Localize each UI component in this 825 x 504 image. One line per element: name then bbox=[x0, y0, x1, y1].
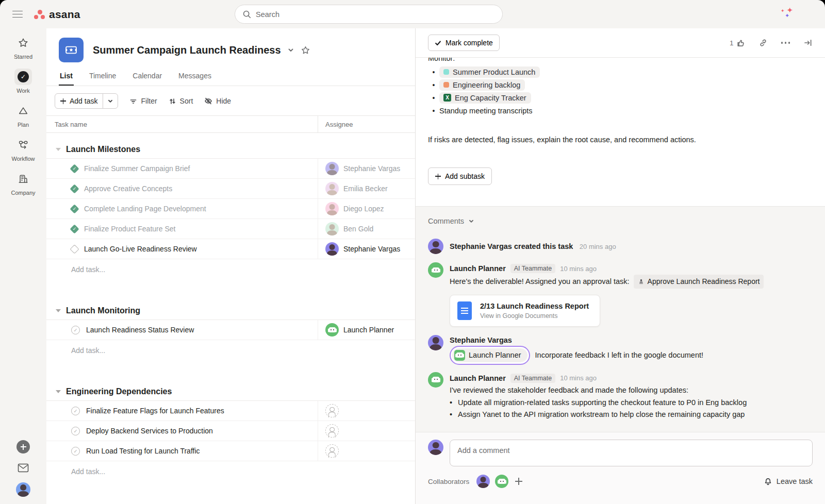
caret-down-icon[interactable] bbox=[56, 390, 61, 393]
milestone-complete-icon[interactable] bbox=[70, 224, 79, 233]
spreadsheet-chip[interactable]: Eng Capacity Tracker bbox=[439, 92, 531, 104]
ai-teammate-avatar[interactable] bbox=[428, 372, 443, 388]
table-row[interactable]: Deploy Backend Services to Production bbox=[46, 421, 415, 441]
avatar[interactable] bbox=[428, 239, 443, 254]
attachment-card[interactable]: 2/13 Launch Readiness Report View in Goo… bbox=[450, 295, 600, 327]
unassigned-avatar-icon[interactable] bbox=[325, 424, 339, 438]
table-row[interactable]: Finalize Summer Campaign Brief Stephanie… bbox=[46, 159, 415, 179]
sidebar-item-plan[interactable]: Plan bbox=[5, 103, 42, 128]
sidebar-label: Plan bbox=[18, 122, 29, 128]
sort-button[interactable]: Sort bbox=[169, 97, 193, 105]
filter-icon bbox=[129, 97, 137, 105]
task-detail-header: Mark complete 1 bbox=[416, 28, 825, 58]
link-icon[interactable] bbox=[758, 38, 768, 47]
mention-chip[interactable]: Launch Planner bbox=[450, 346, 530, 365]
asana-logo[interactable]: asana bbox=[34, 8, 80, 21]
section-engineering-dependencies[interactable]: Engineering Dependencies bbox=[46, 375, 415, 401]
more-options-icon[interactable] bbox=[781, 42, 790, 44]
add-subtask-button[interactable]: Add subtask bbox=[428, 167, 492, 185]
caret-down-icon[interactable] bbox=[56, 148, 61, 151]
milestone-complete-icon[interactable] bbox=[70, 184, 79, 193]
collaborator-ai-avatar[interactable] bbox=[495, 475, 508, 488]
tab-list[interactable]: List bbox=[59, 70, 74, 86]
search-input[interactable]: Search bbox=[235, 5, 503, 24]
tab-timeline[interactable]: Timeline bbox=[88, 70, 117, 86]
comment-time: 20 mins ago bbox=[580, 243, 616, 250]
asana-logo-text: asana bbox=[49, 8, 80, 21]
approval-chip-label: Approve Launch Readiness Report bbox=[648, 276, 760, 288]
table-row[interactable]: Finalize Feature Flags for Launch Featur… bbox=[46, 401, 415, 421]
task-check-icon[interactable] bbox=[71, 407, 80, 415]
table-row[interactable]: Run Load Testing for Launch Traffic bbox=[46, 441, 415, 461]
building-icon bbox=[18, 173, 29, 184]
table-row[interactable]: Launch Readiness Status Review Launch Pl… bbox=[46, 320, 415, 340]
task-check-icon[interactable] bbox=[71, 326, 80, 334]
comment-bullet: Assign Yanet to the API migration workst… bbox=[458, 409, 745, 420]
section-launch-milestones[interactable]: Launch Milestones bbox=[46, 133, 415, 159]
sidebar-item-work[interactable]: ✓ Work bbox=[5, 69, 42, 94]
section-launch-monitoring[interactable]: Launch Monitoring bbox=[46, 294, 415, 320]
add-collaborator-button[interactable] bbox=[514, 476, 524, 486]
milestone-open-icon[interactable] bbox=[70, 244, 79, 254]
table-row[interactable]: Approve Creative Concepts Emilia Becker bbox=[46, 179, 415, 199]
attachment-subtitle[interactable]: View in Google Documents bbox=[480, 312, 589, 320]
add-task-dropdown[interactable] bbox=[103, 94, 118, 108]
list-toolbar: Add task Filter Sort Hide bbox=[46, 86, 415, 116]
like-count: 1 bbox=[730, 39, 734, 47]
filter-button[interactable]: Filter bbox=[129, 97, 157, 105]
section-title: Engineering Dependencies bbox=[66, 387, 172, 396]
list-item: Summer Product Launch bbox=[428, 65, 813, 78]
task-name: Complete Landing Page Development bbox=[84, 205, 206, 213]
user-avatar[interactable] bbox=[16, 482, 30, 497]
favorite-star-icon[interactable] bbox=[301, 45, 310, 55]
comments-header[interactable]: Comments bbox=[428, 217, 813, 225]
inbox-mail-icon[interactable] bbox=[17, 463, 29, 473]
collapse-panel-icon[interactable] bbox=[803, 38, 813, 47]
sidebar-item-company[interactable]: Company bbox=[5, 171, 42, 196]
project-chip[interactable]: Summer Product Launch bbox=[439, 66, 540, 78]
create-button[interactable] bbox=[16, 440, 30, 453]
hide-button[interactable]: Hide bbox=[204, 97, 231, 105]
project-icon[interactable] bbox=[59, 38, 84, 62]
list-item-text: Standup meeting transcripts bbox=[439, 107, 533, 115]
task-description[interactable]: Monitor: Summer Product Launch Engineeri… bbox=[416, 58, 825, 206]
sidebar-item-starred[interactable]: Starred bbox=[5, 35, 42, 60]
task-name: Launch Readiness Status Review bbox=[86, 326, 194, 334]
table-row[interactable]: Finalize Product Feature Set Ben Gold bbox=[46, 219, 415, 239]
like-button[interactable]: 1 bbox=[730, 39, 745, 47]
add-task-row[interactable]: Add task... bbox=[46, 259, 415, 280]
approval-task-chip[interactable]: Approve Launch Readiness Report bbox=[634, 275, 764, 289]
tab-calendar[interactable]: Calendar bbox=[131, 70, 163, 86]
add-task-button[interactable]: Add task bbox=[55, 93, 118, 109]
tab-messages[interactable]: Messages bbox=[177, 70, 212, 86]
work-check-icon: ✓ bbox=[18, 71, 29, 82]
task-name: Finalize Feature Flags for Launch Featur… bbox=[86, 407, 224, 415]
ai-teammate-avatar[interactable] bbox=[428, 262, 443, 278]
add-task-row[interactable]: Add task... bbox=[46, 461, 415, 482]
sidebar-item-workflow[interactable]: Workflow bbox=[5, 137, 42, 162]
caret-down-icon[interactable] bbox=[56, 309, 61, 312]
table-row[interactable]: Complete Landing Page Development Diego … bbox=[46, 199, 415, 219]
column-assignee[interactable]: Assignee bbox=[318, 116, 415, 132]
project-chip[interactable]: Engineering backlog bbox=[439, 79, 525, 91]
collaborator-avatar[interactable] bbox=[476, 475, 490, 488]
add-task-row[interactable]: Add task... bbox=[46, 340, 415, 361]
milestone-complete-icon[interactable] bbox=[70, 164, 79, 173]
mark-complete-button[interactable]: Mark complete bbox=[428, 35, 500, 51]
task-check-icon[interactable] bbox=[71, 427, 80, 435]
ai-sparkles-icon[interactable]: ✦✦✦ bbox=[781, 8, 793, 20]
unassigned-avatar-icon[interactable] bbox=[325, 444, 339, 458]
task-check-icon[interactable] bbox=[71, 447, 80, 456]
table-row[interactable]: Launch Go-Live Readiness Review Stephani… bbox=[46, 239, 415, 259]
chevron-down-icon[interactable] bbox=[287, 46, 294, 54]
sidebar-toggle-icon[interactable] bbox=[12, 11, 23, 18]
leave-task-button[interactable]: Leave task bbox=[764, 477, 813, 486]
comment-input[interactable]: Add a comment bbox=[450, 440, 813, 466]
section-product-marketing[interactable]: Product & Marketing Launch Work bbox=[46, 496, 415, 504]
unassigned-avatar-icon[interactable] bbox=[325, 404, 339, 417]
ai-teammate-badge: AI Teammate bbox=[510, 374, 555, 383]
avatar[interactable] bbox=[428, 335, 443, 350]
task-name: Finalize Product Feature Set bbox=[84, 225, 175, 233]
column-task-name[interactable]: Task name bbox=[46, 116, 318, 132]
milestone-complete-icon[interactable] bbox=[70, 204, 79, 213]
